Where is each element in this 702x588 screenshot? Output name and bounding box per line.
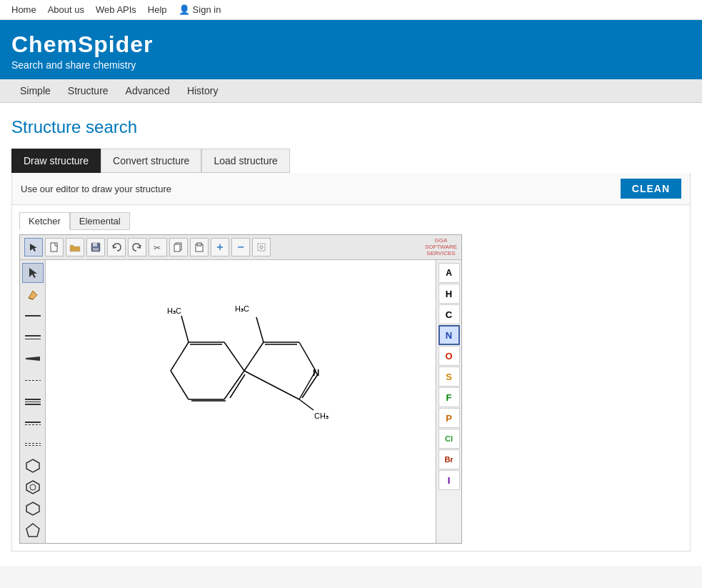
site-header: ChemSpider Search and share chemistry [0, 20, 702, 79]
sub-tab-elemental[interactable]: Elemental [70, 212, 130, 230]
nav-webapis[interactable]: Web APIs [96, 4, 136, 15]
user-icon: 👤 [179, 4, 190, 15]
select-tool-btn[interactable] [24, 238, 43, 256]
copy-btn[interactable] [169, 238, 188, 256]
tool-bond-triple[interactable] [22, 392, 44, 412]
fit-btn[interactable] [252, 238, 271, 256]
cut-icon: ✂ [153, 242, 163, 252]
tab-convert-structure[interactable]: Convert structure [101, 149, 201, 173]
elem-A[interactable]: A [438, 263, 460, 283]
benzene-icon [25, 480, 41, 494]
top-navigation: Home About us Web APIs Help 👤 Sign in [0, 0, 702, 20]
svg-line-33 [244, 371, 299, 399]
drawing-canvas[interactable]: N H₃C H₃C CH₃ [46, 260, 436, 543]
clean-button[interactable]: CLEAN [621, 179, 681, 199]
svg-text:H₃C: H₃C [235, 304, 249, 313]
elem-O[interactable]: O [438, 346, 460, 366]
tool-bond-single[interactable] [22, 306, 44, 326]
tool-ring-cyclohexane[interactable] [22, 456, 44, 476]
nav-signin[interactable]: 👤 Sign in [179, 4, 221, 15]
tool-bond-wedge[interactable] [22, 349, 44, 369]
instruction-bar: Use our editor to draw your structure CL… [11, 173, 691, 205]
new-doc-btn[interactable] [45, 238, 64, 256]
undo-icon [111, 242, 121, 252]
svg-marker-16 [26, 481, 39, 494]
copy-icon [174, 242, 184, 252]
molecule-svg: N H₃C H₃C CH₃ [46, 260, 431, 517]
svg-line-25 [171, 371, 189, 399]
tab-draw-structure[interactable]: Draw structure [11, 149, 101, 173]
nav-advanced[interactable]: Advanced [117, 79, 179, 102]
toolbar-buttons: ✂ + − [24, 238, 271, 256]
elem-H[interactable]: H [438, 284, 460, 304]
open-btn[interactable] [66, 238, 84, 256]
nav-home[interactable]: Home [11, 4, 36, 15]
svg-text:✂: ✂ [154, 243, 161, 252]
nav-simple[interactable]: Simple [11, 79, 59, 102]
svg-marker-14 [26, 357, 40, 361]
save-icon [91, 242, 101, 252]
nav-about[interactable]: About us [48, 4, 84, 15]
page-title: Structure search [11, 117, 691, 137]
svg-line-28 [230, 374, 245, 398]
svg-line-36 [256, 317, 264, 342]
paste-btn[interactable] [190, 238, 209, 256]
elem-N[interactable]: N [438, 325, 460, 345]
svg-line-22 [224, 342, 244, 371]
ketcher-body: N H₃C H₃C CH₃ A H C N O S F [20, 260, 461, 543]
sub-tabs: Ketcher Elemental [19, 212, 683, 230]
redo-icon [132, 242, 142, 252]
svg-line-38 [299, 399, 314, 410]
eraser-icon [26, 288, 39, 301]
tool-bond-dashed[interactable] [22, 370, 44, 390]
cursor-icon [29, 242, 39, 252]
svg-line-31 [299, 342, 316, 371]
save-btn[interactable] [86, 238, 105, 256]
ketcher-container: Ketcher Elemental [11, 205, 691, 552]
ketcher-editor: ✂ + − [19, 234, 462, 544]
elem-I[interactable]: I [438, 470, 460, 490]
svg-rect-4 [93, 248, 99, 251]
svg-rect-10 [258, 244, 265, 251]
tab-load-structure[interactable]: Load structure [201, 149, 290, 173]
cyclohexane-icon [25, 459, 41, 473]
elem-S[interactable]: S [438, 367, 460, 387]
tool-ring-pentagon[interactable] [22, 520, 44, 540]
wedge-icon [25, 356, 41, 362]
redo-btn[interactable] [128, 238, 146, 256]
nav-history[interactable]: History [179, 79, 227, 102]
sub-tab-ketcher[interactable]: Ketcher [19, 212, 70, 230]
nav-help[interactable]: Help [148, 4, 167, 15]
tool-bond-aromatic[interactable] [22, 413, 44, 433]
tool-ring-benzene[interactable] [22, 477, 44, 497]
tool-select[interactable] [22, 263, 44, 283]
elem-C[interactable]: C [438, 304, 460, 324]
elem-Cl[interactable]: Cl [438, 429, 460, 449]
elem-P[interactable]: P [438, 408, 460, 428]
tool-bond-double[interactable] [22, 327, 44, 347]
zoom-out-icon: − [237, 241, 244, 254]
svg-marker-0 [30, 244, 37, 251]
nav-structure[interactable]: Structure [59, 79, 117, 102]
svg-line-37 [181, 316, 189, 342]
tool-erase[interactable] [22, 284, 44, 304]
elem-Br[interactable]: Br [438, 449, 460, 469]
elem-F[interactable]: F [438, 387, 460, 407]
svg-point-11 [260, 246, 263, 249]
zoom-out-btn[interactable]: − [231, 238, 250, 256]
cut-btn[interactable]: ✂ [149, 238, 167, 256]
tool-bond-double-stereo[interactable] [22, 434, 44, 454]
svg-rect-9 [197, 243, 201, 246]
open-icon [69, 242, 81, 252]
right-element-panel: A H C N O S F P Cl Br I [436, 260, 461, 543]
site-title: ChemSpider [11, 31, 691, 58]
svg-text:N: N [313, 367, 319, 378]
instruction-text: Use our editor to draw your structure [21, 184, 171, 194]
svg-line-29 [244, 342, 264, 371]
tool-ring-other[interactable] [22, 499, 44, 519]
zoom-in-btn[interactable]: + [211, 238, 229, 256]
svg-text:H₃C: H₃C [167, 307, 181, 315]
pentagon-icon [25, 523, 41, 537]
undo-btn[interactable] [107, 238, 126, 256]
svg-rect-1 [51, 243, 57, 251]
